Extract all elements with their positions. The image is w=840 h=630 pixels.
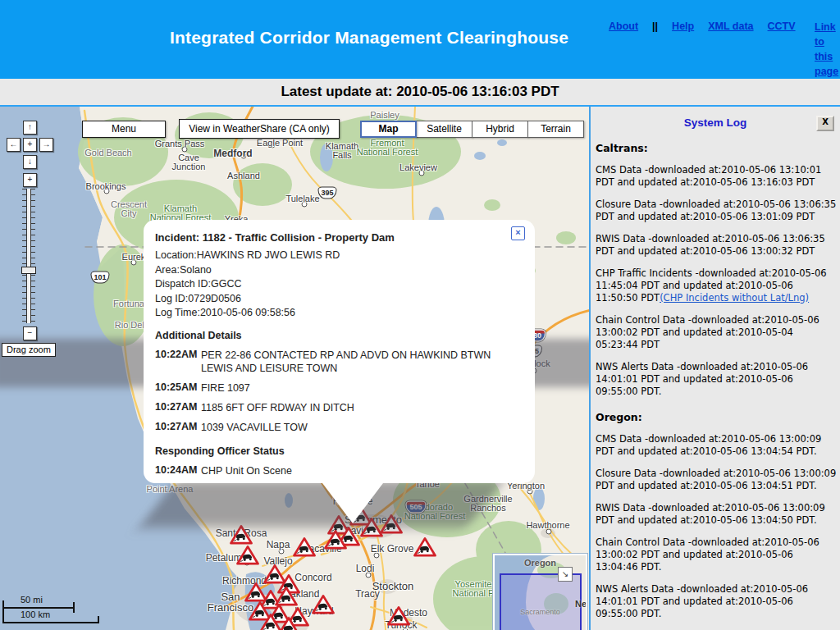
- log-entry-text: RWIS Data -downloaded at:2010-05-06 13:0…: [596, 233, 825, 257]
- map-label: Eagle Point: [257, 139, 303, 148]
- map-label: Rio Dell: [115, 321, 147, 330]
- log-entry: Closure Data -downloaded at:2010-05-06 1…: [596, 199, 837, 223]
- zoom-out-button[interactable]: −: [23, 326, 37, 340]
- scale-tick: [73, 602, 75, 613]
- log-entry: NWS Alerts Data -downloaded at:2010-05-0…: [596, 583, 837, 620]
- overview-inset: Oregon Sacramento Ne ↘: [492, 553, 588, 630]
- detail-text: 1185 6FT OFF RDWAY IN DITCH: [201, 401, 354, 414]
- log-section-heading-caltrans: Caltrans:: [596, 142, 840, 154]
- popup-field: Dispatch ID:GGCC: [155, 279, 512, 290]
- traffic-incident-icon[interactable]: [324, 530, 347, 550]
- zoom-slider-handle[interactable]: [21, 267, 36, 274]
- chp-incidents-link[interactable]: (CHP Incidents without Lat/Lng): [660, 292, 809, 304]
- nav-link[interactable]: About: [609, 21, 638, 32]
- traffic-incident-icon[interactable]: [387, 606, 410, 627]
- log-entry-text: Chain Control Data -downloaded at:2010-0…: [596, 536, 819, 573]
- map-label: Yosemite National P: [453, 580, 495, 598]
- map-label: Concord: [294, 573, 331, 582]
- pan-center-button[interactable]: +: [23, 138, 37, 152]
- log-entry-text: Chain Control Data -downloaded at:2010-0…: [596, 314, 819, 350]
- map-label: Ashland: [227, 171, 260, 180]
- popup-field: Log Time:2010-05-06 09:58:56: [155, 308, 512, 318]
- detail-row: 10:27AM 1039 VACAVILLE TOW: [155, 421, 512, 434]
- map-label: Gold Beach: [84, 148, 131, 158]
- map-label: Klamath Falls: [326, 142, 358, 160]
- zoom-in-button[interactable]: +: [23, 173, 37, 187]
- detail-row: 10:22AM PER 22-86 CONTACTED RP AND ADVD …: [155, 349, 512, 375]
- inset-viewport[interactable]: [500, 573, 582, 630]
- detail-time: 10:25AM: [155, 381, 201, 395]
- popup-field: Location:HAWKINS RD JWO LEWIS RD: [155, 250, 512, 261]
- system-log-close-icon[interactable]: X: [816, 116, 834, 131]
- map-type-tab[interactable]: Terrain: [527, 121, 584, 138]
- log-section-heading-oregon: Oregon:: [596, 411, 840, 423]
- popup-close-icon[interactable]: ×: [511, 226, 525, 240]
- inset-region-label: Ne: [575, 599, 586, 609]
- drag-zoom-button[interactable]: Drag zoom: [2, 343, 56, 357]
- detail-text: 1039 VACAVILLE TOW: [201, 421, 308, 434]
- popup-tail: [316, 480, 390, 525]
- officer-text: CHP Unit On Scene: [201, 464, 292, 477]
- log-entry-text: RWIS Data -downloaded at:2010-05-06 13:0…: [596, 502, 825, 526]
- system-log-panel: System Log X Caltrans: CMS Data -downloa…: [589, 107, 840, 630]
- pan-right-button[interactable]: →: [39, 138, 53, 152]
- detail-time: 10:27AM: [155, 421, 201, 434]
- detail-time: 10:27AM: [155, 401, 201, 414]
- log-entry: Chain Control Data -downloaded at:2010-0…: [596, 314, 837, 351]
- map-label: Tulelake: [285, 194, 319, 203]
- map-label: Hawthorne: [526, 521, 569, 530]
- popup-title: Incident: 1182 - Traffic Collision - Pro…: [155, 231, 512, 244]
- nav-link[interactable]: ||: [652, 21, 658, 32]
- log-entry: NWS Alerts Data -downloaded at:2010-05-0…: [596, 361, 837, 398]
- traffic-incident-icon[interactable]: [236, 546, 259, 566]
- weathershare-button[interactable]: View in WeatherShare (CA only): [179, 119, 340, 139]
- popup-fields: Location:HAWKINS RD JWO LEWIS RDArea:Sol…: [155, 250, 512, 318]
- officer-rows: 10:24AM CHP Unit On Scene: [155, 464, 512, 477]
- map-label: Fortuna: [113, 299, 144, 308]
- officer-time: 10:24AM: [155, 464, 201, 477]
- inset-city-label: Sacramento: [495, 608, 586, 616]
- map-type-tab[interactable]: Map: [360, 121, 417, 138]
- map-type-tab[interactable]: Hybrid: [472, 121, 528, 138]
- menu-button[interactable]: Menu: [82, 121, 166, 138]
- detail-row: 10:25AM FIRE 1097: [155, 381, 512, 395]
- detail-text: PER 22-86 CONTACTED RP AND ADVD ON HAWKI…: [201, 349, 506, 375]
- additional-details-heading: Additional Details: [155, 330, 512, 341]
- traffic-incident-icon[interactable]: [293, 537, 316, 558]
- log-entry-text: Closure Data -downloaded at:2010-05-06 1…: [596, 199, 836, 222]
- map-canvas[interactable]: PaisleyGold BeachGrants PassEagle PointM…: [0, 107, 589, 630]
- scale-line-mi: [2, 607, 75, 609]
- pan-up-button[interactable]: ↑: [23, 121, 37, 135]
- map-label: Crescent City: [111, 200, 147, 218]
- map-type-switcher: MapSatelliteHybridTerrain: [361, 121, 584, 138]
- scale-km-label: 100 km: [21, 609, 50, 619]
- pan-left-button[interactable]: ←: [7, 138, 21, 152]
- scale-line-km: [2, 622, 99, 623]
- traffic-incident-icon[interactable]: [312, 595, 335, 615]
- divider-line: [0, 105, 840, 107]
- map-label: Paisley: [370, 111, 399, 120]
- map-label: Napa: [267, 540, 290, 550]
- map-label: Elk Grove: [371, 544, 414, 554]
- log-entry-text: NWS Alerts Data -downloaded at:2010-05-0…: [596, 583, 808, 619]
- nav-link[interactable]: XML data: [708, 21, 753, 32]
- link-to-this-page[interactable]: Link to this page: [815, 20, 840, 79]
- traffic-incident-icon[interactable]: [413, 537, 436, 558]
- zoom-slider[interactable]: [22, 189, 35, 323]
- pan-down-button[interactable]: ↓: [23, 155, 37, 169]
- traffic-incident-icon[interactable]: [230, 525, 253, 546]
- nav-link[interactable]: Help: [672, 21, 694, 32]
- scale-tick: [2, 600, 4, 623]
- log-entry: CMS Data -downloaded at:2010-05-06 13:10…: [596, 164, 837, 189]
- officer-status-heading: Responding Officer Status: [155, 445, 512, 457]
- system-log-title: System Log: [591, 116, 840, 129]
- log-entry: CMS Data -downloaded at:2010-05-06 13:00…: [596, 433, 837, 458]
- traffic-incident-icon[interactable]: [277, 617, 300, 630]
- inset-collapse-icon[interactable]: ↘: [558, 567, 573, 582]
- nav-link[interactable]: CCTV: [768, 21, 796, 32]
- log-entry-text: Closure Data -downloaded at:2010-05-06 1…: [596, 468, 836, 491]
- overview-inset-map[interactable]: Oregon Sacramento Ne ↘: [495, 555, 586, 630]
- log-entry-text: CMS Data -downloaded at:2010-05-06 13:00…: [596, 433, 821, 457]
- map-type-tab[interactable]: Satellite: [416, 121, 472, 138]
- map-label: Medford: [213, 148, 252, 158]
